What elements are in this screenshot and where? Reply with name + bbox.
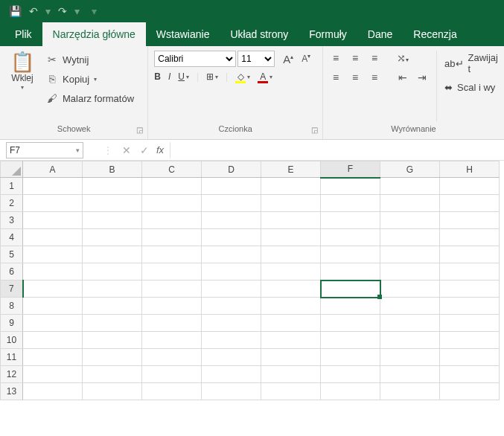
cell[interactable] xyxy=(440,195,500,212)
cell[interactable] xyxy=(202,315,261,332)
column-header[interactable]: B xyxy=(83,161,142,178)
cell[interactable] xyxy=(202,280,261,298)
cell[interactable] xyxy=(380,246,440,263)
cell[interactable] xyxy=(83,315,142,332)
tab-review[interactable]: Recenzja xyxy=(403,22,467,46)
copy-button[interactable]: ⎘ Kopiuj ▾ xyxy=(43,71,137,86)
cell[interactable] xyxy=(202,349,261,366)
undo-dropdown-icon[interactable]: ▾ xyxy=(45,5,51,17)
row-header[interactable]: 5 xyxy=(1,246,23,263)
cell[interactable] xyxy=(261,212,321,229)
font-color-button[interactable]: A▾ xyxy=(258,71,272,82)
cell[interactable] xyxy=(261,195,321,212)
cell[interactable] xyxy=(83,298,142,315)
save-icon[interactable]: 💾 xyxy=(9,5,22,17)
column-header[interactable]: G xyxy=(380,161,440,178)
align-right-button[interactable]: ≡ xyxy=(368,71,381,83)
cell[interactable] xyxy=(23,178,83,195)
cell[interactable] xyxy=(142,298,202,315)
cell[interactable] xyxy=(440,280,500,298)
cell[interactable] xyxy=(440,212,500,229)
cell[interactable] xyxy=(23,383,83,400)
cell[interactable] xyxy=(23,315,83,332)
cell[interactable] xyxy=(83,280,142,298)
tab-file[interactable]: Plik xyxy=(4,22,42,46)
cell[interactable] xyxy=(83,195,142,212)
fill-color-button[interactable]: ◇▾ xyxy=(235,71,250,82)
decrease-font-button[interactable]: A▾ xyxy=(299,53,313,65)
column-header[interactable]: E xyxy=(261,161,321,178)
column-header[interactable]: H xyxy=(440,161,500,178)
merge-button[interactable]: ⬌ Scal i wy xyxy=(444,82,498,93)
cell[interactable] xyxy=(23,280,83,298)
cell[interactable] xyxy=(380,280,440,298)
cell[interactable] xyxy=(321,349,380,366)
cell[interactable] xyxy=(321,315,380,332)
font-size-select[interactable]: 11 xyxy=(237,51,275,67)
cell[interactable] xyxy=(380,366,440,383)
cell[interactable] xyxy=(83,332,142,349)
increase-indent-button[interactable]: ⇥ xyxy=(415,71,429,83)
align-middle-button[interactable]: ≡ xyxy=(348,52,362,64)
cell[interactable] xyxy=(202,178,261,195)
row-header[interactable]: 7 xyxy=(1,280,23,298)
row-header[interactable]: 10 xyxy=(1,332,23,349)
align-bottom-button[interactable]: ≡ xyxy=(368,52,381,64)
cell[interactable] xyxy=(380,315,440,332)
cell[interactable] xyxy=(440,332,500,349)
name-box[interactable]: F7 ▾ xyxy=(6,142,83,158)
cell[interactable] xyxy=(321,195,380,212)
cell[interactable] xyxy=(380,212,440,229)
cell[interactable] xyxy=(23,195,83,212)
cell[interactable] xyxy=(261,349,321,366)
undo-icon[interactable]: ↶ xyxy=(29,5,38,17)
format-painter-button[interactable]: 🖌 Malarz formatów xyxy=(43,91,137,106)
cell[interactable] xyxy=(321,332,380,349)
cell[interactable] xyxy=(440,349,500,366)
cell[interactable] xyxy=(142,212,202,229)
tab-data[interactable]: Dane xyxy=(357,22,403,46)
column-header[interactable]: F xyxy=(321,161,380,178)
redo-dropdown-icon[interactable]: ▾ xyxy=(74,5,80,17)
cell[interactable] xyxy=(83,178,142,195)
cell[interactable] xyxy=(321,229,380,246)
row-header[interactable]: 13 xyxy=(1,383,23,400)
cell[interactable] xyxy=(142,246,202,263)
cell[interactable] xyxy=(440,246,500,263)
column-header[interactable]: A xyxy=(23,161,83,178)
cell[interactable] xyxy=(380,263,440,280)
cell[interactable] xyxy=(142,263,202,280)
cell[interactable] xyxy=(202,195,261,212)
cell[interactable] xyxy=(380,178,440,195)
cell[interactable] xyxy=(261,280,321,298)
customize-qat-icon[interactable]: ▾ xyxy=(92,5,97,17)
orientation-button[interactable]: ⤭▾ xyxy=(396,52,409,64)
increase-font-button[interactable]: A▴ xyxy=(281,53,296,65)
cell[interactable] xyxy=(202,383,261,400)
row-header[interactable]: 11 xyxy=(1,349,23,366)
cell[interactable] xyxy=(23,349,83,366)
cell[interactable] xyxy=(83,229,142,246)
cell[interactable] xyxy=(142,332,202,349)
cell[interactable] xyxy=(261,178,321,195)
chevron-down-icon[interactable]: ▾ xyxy=(76,147,80,154)
cell[interactable] xyxy=(261,315,321,332)
tab-formulas[interactable]: Formuły xyxy=(299,22,357,46)
cell[interactable] xyxy=(83,246,142,263)
cell[interactable] xyxy=(83,383,142,400)
cell[interactable] xyxy=(380,383,440,400)
cell[interactable] xyxy=(202,212,261,229)
bold-button[interactable]: B xyxy=(154,71,161,82)
cell[interactable] xyxy=(142,229,202,246)
cell[interactable] xyxy=(321,366,380,383)
borders-button[interactable]: ⊞▾ xyxy=(206,71,218,82)
font-name-select[interactable]: Calibri xyxy=(154,51,236,67)
cell[interactable] xyxy=(83,263,142,280)
cell[interactable] xyxy=(202,263,261,280)
column-header[interactable]: C xyxy=(142,161,202,178)
cell[interactable] xyxy=(261,332,321,349)
wrap-text-button[interactable]: ab↵ Zawijaj t xyxy=(444,52,498,74)
cell[interactable] xyxy=(440,315,500,332)
cell[interactable] xyxy=(321,263,380,280)
tab-page-layout[interactable]: Układ strony xyxy=(220,22,299,46)
